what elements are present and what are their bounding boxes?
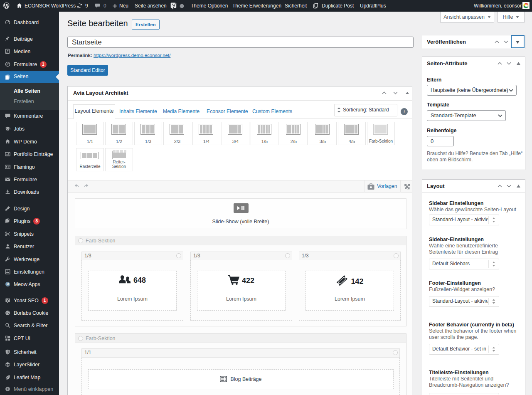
svg-text:M: M — [7, 283, 9, 286]
